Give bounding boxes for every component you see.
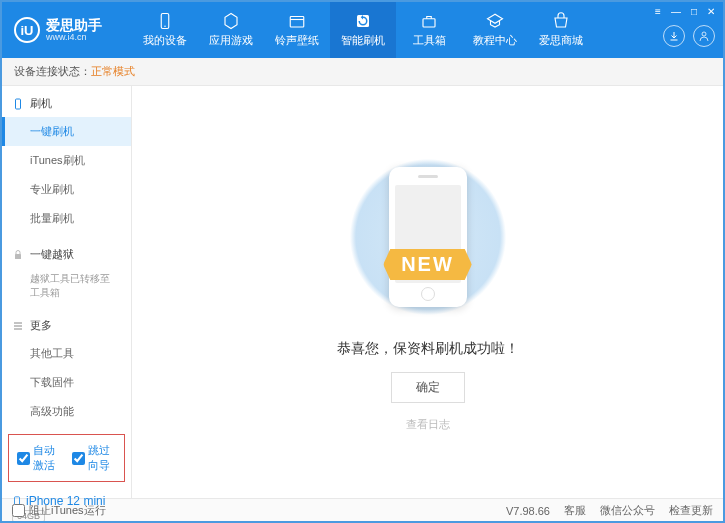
main-nav: 我的设备 应用游戏 铃声壁纸 智能刷机 工具箱 教程中心 爱思商城 <box>132 2 594 58</box>
status-value: 正常模式 <box>91 65 135 77</box>
sidebar-section-jailbreak[interactable]: 一键越狱 <box>2 241 131 268</box>
sidebar-item-advanced[interactable]: 高级功能 <box>2 397 131 426</box>
sidebar-header-label: 刷机 <box>30 96 52 111</box>
app-header: iU 爱思助手 www.i4.cn 我的设备 应用游戏 铃声壁纸 智能刷机 工具… <box>2 2 723 58</box>
svg-point-1 <box>164 26 166 28</box>
checkbox-label: 阻止iTunes运行 <box>29 503 106 518</box>
sidebar: 刷机 一键刷机 iTunes刷机 专业刷机 批量刷机 一键越狱 越狱工具已转移至… <box>2 86 132 498</box>
checkbox-skip-guide[interactable]: 跳过向导 <box>72 443 117 473</box>
lock-icon <box>12 249 24 261</box>
sidebar-item-itunes-flash[interactable]: iTunes刷机 <box>2 146 131 175</box>
sidebar-section-flash[interactable]: 刷机 <box>2 90 131 117</box>
customer-service-link[interactable]: 客服 <box>564 503 586 518</box>
confirm-button[interactable]: 确定 <box>391 372 465 403</box>
nav-label: 智能刷机 <box>341 33 385 48</box>
nav-label: 铃声壁纸 <box>275 33 319 48</box>
nav-label: 我的设备 <box>143 33 187 48</box>
sidebar-item-oneclick-flash[interactable]: 一键刷机 <box>2 117 131 146</box>
nav-label: 工具箱 <box>413 33 446 48</box>
status-label: 设备连接状态： <box>14 65 91 77</box>
menu-icon[interactable]: ≡ <box>653 6 663 17</box>
nav-ringtones[interactable]: 铃声壁纸 <box>264 2 330 58</box>
status-bar: 设备连接状态：正常模式 <box>2 58 723 86</box>
phone-graphic <box>389 167 467 307</box>
sidebar-item-batch-flash[interactable]: 批量刷机 <box>2 204 131 233</box>
svg-rect-2 <box>290 17 304 28</box>
app-subtitle: www.i4.cn <box>46 32 102 42</box>
checkbox-highlight-box: 自动激活 跳过向导 <box>8 434 125 482</box>
toolbox-icon <box>419 12 439 30</box>
nav-my-device[interactable]: 我的设备 <box>132 2 198 58</box>
version-text: V7.98.66 <box>506 505 550 517</box>
phone-icon <box>12 98 24 110</box>
svg-rect-6 <box>16 99 21 109</box>
checkbox-label: 自动激活 <box>33 443 62 473</box>
list-icon <box>12 320 24 332</box>
nav-tutorials[interactable]: 教程中心 <box>462 2 528 58</box>
folder-icon <box>287 12 307 30</box>
svg-rect-4 <box>423 19 435 27</box>
sidebar-header-label: 更多 <box>30 318 52 333</box>
sidebar-header-label: 一键越狱 <box>30 247 74 262</box>
nav-label: 教程中心 <box>473 33 517 48</box>
nav-toolbox[interactable]: 工具箱 <box>396 2 462 58</box>
user-button[interactable] <box>693 25 715 47</box>
sidebar-item-download-firmware[interactable]: 下载固件 <box>2 368 131 397</box>
success-message: 恭喜您，保资料刷机成功啦！ <box>337 340 519 358</box>
graduation-icon <box>485 12 505 30</box>
nav-store[interactable]: 爱思商城 <box>528 2 594 58</box>
checkbox-auto-activate[interactable]: 自动激活 <box>17 443 62 473</box>
refresh-icon <box>353 12 373 30</box>
sidebar-item-pro-flash[interactable]: 专业刷机 <box>2 175 131 204</box>
checkbox-block-itunes[interactable]: 阻止iTunes运行 <box>12 503 106 518</box>
nav-label: 爱思商城 <box>539 33 583 48</box>
app-logo-icon: iU <box>14 17 40 43</box>
nav-flash[interactable]: 智能刷机 <box>330 2 396 58</box>
nav-apps[interactable]: 应用游戏 <box>198 2 264 58</box>
check-update-link[interactable]: 检查更新 <box>669 503 713 518</box>
sidebar-section-more[interactable]: 更多 <box>2 312 131 339</box>
svg-point-5 <box>702 32 706 36</box>
wechat-link[interactable]: 微信公众号 <box>600 503 655 518</box>
logo-area: iU 爱思助手 www.i4.cn <box>2 17 132 43</box>
store-icon <box>551 12 571 30</box>
svg-rect-7 <box>15 254 21 259</box>
view-log-link[interactable]: 查看日志 <box>406 417 450 432</box>
sidebar-jailbreak-note: 越狱工具已转移至 工具箱 <box>2 268 131 304</box>
success-illustration: NEW <box>343 152 513 322</box>
apps-icon <box>221 12 241 30</box>
app-title: 爱思助手 <box>46 18 102 32</box>
checkbox-label: 跳过向导 <box>88 443 117 473</box>
download-button[interactable] <box>663 25 685 47</box>
nav-label: 应用游戏 <box>209 33 253 48</box>
sidebar-item-other-tools[interactable]: 其他工具 <box>2 339 131 368</box>
main-content: NEW 恭喜您，保资料刷机成功啦！ 确定 查看日志 <box>132 86 723 498</box>
new-ribbon: NEW <box>383 249 472 280</box>
phone-icon <box>155 12 175 30</box>
